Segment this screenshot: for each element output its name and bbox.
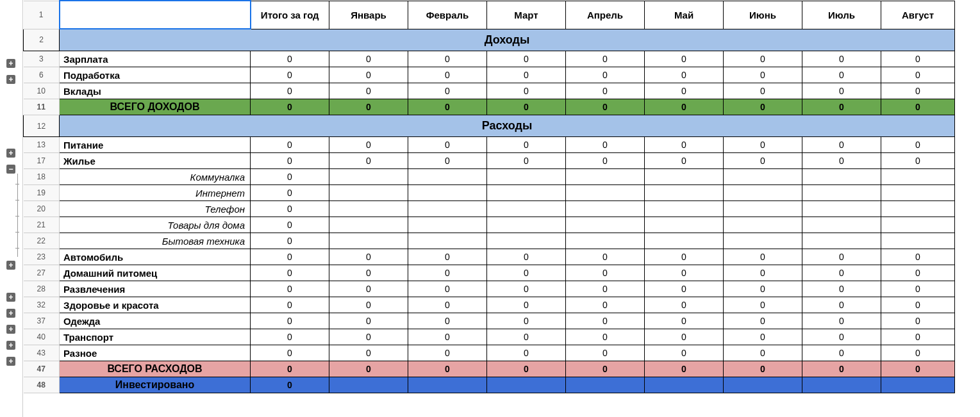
row-label[interactable]: Питание	[60, 137, 251, 153]
cell[interactable]	[566, 185, 645, 201]
cell[interactable]: 0	[329, 83, 408, 99]
cell[interactable]: 0	[802, 83, 881, 99]
group-expand-icon[interactable]: +	[6, 293, 15, 302]
cell[interactable]: 0	[487, 265, 566, 281]
cell[interactable]: 0	[881, 345, 955, 361]
cell[interactable]: 0	[329, 345, 408, 361]
group-expand-icon[interactable]: +	[6, 261, 15, 270]
cell[interactable]: 0	[487, 361, 566, 377]
cell[interactable]	[881, 233, 955, 249]
cell[interactable]	[408, 377, 487, 393]
row-number[interactable]: 11	[24, 99, 60, 115]
row-number[interactable]: 40	[24, 329, 60, 345]
cell[interactable]	[566, 217, 645, 233]
cell[interactable]: 0	[251, 217, 329, 233]
section-banner[interactable]: Расходы	[60, 115, 955, 137]
cell[interactable]: 0	[251, 51, 329, 67]
row-number[interactable]: 19	[24, 185, 60, 201]
row-number[interactable]: 12	[24, 115, 60, 137]
row-label[interactable]: Здоровье и красота	[60, 297, 251, 313]
cell[interactable]: 0	[881, 67, 955, 83]
cell[interactable]: 0	[724, 281, 802, 297]
cell[interactable]	[487, 169, 566, 185]
row-number[interactable]: 21	[24, 217, 60, 233]
row-label[interactable]: ВСЕГО РАСХОДОВ	[60, 361, 251, 377]
row-number[interactable]: 22	[24, 233, 60, 249]
row-label[interactable]: Товары для дома	[60, 217, 251, 233]
row-number[interactable]: 47	[24, 361, 60, 377]
cell[interactable]: 0	[329, 281, 408, 297]
cell[interactable]: 0	[487, 313, 566, 329]
cell[interactable]: 0	[329, 67, 408, 83]
cell[interactable]	[724, 233, 802, 249]
cell[interactable]: 0	[802, 297, 881, 313]
cell[interactable]: 0	[487, 249, 566, 265]
cell[interactable]	[329, 201, 408, 217]
cell[interactable]	[487, 185, 566, 201]
cell[interactable]: 0	[645, 83, 724, 99]
cell[interactable]: 0	[645, 329, 724, 345]
col-header[interactable]: Апрель	[566, 1, 645, 29]
col-header[interactable]: Май	[645, 1, 724, 29]
cell[interactable]: 0	[566, 67, 645, 83]
group-expand-icon[interactable]: +	[6, 59, 15, 68]
cell[interactable]	[487, 201, 566, 217]
row-label[interactable]: Зарплата	[60, 51, 251, 67]
cell[interactable]: 0	[645, 153, 724, 169]
cell[interactable]: 0	[408, 313, 487, 329]
row-label[interactable]: Телефон	[60, 201, 251, 217]
cell[interactable]: 0	[881, 99, 955, 115]
cell[interactable]: 0	[329, 137, 408, 153]
cell[interactable]: 0	[487, 51, 566, 67]
cell[interactable]: 0	[802, 137, 881, 153]
cell[interactable]: 0	[329, 249, 408, 265]
cell[interactable]: 0	[408, 137, 487, 153]
cell[interactable]: 0	[566, 99, 645, 115]
cell[interactable]: 0	[802, 329, 881, 345]
cell[interactable]: 0	[802, 345, 881, 361]
row-label[interactable]: Домашний питомец	[60, 265, 251, 281]
cell[interactable]: 0	[724, 361, 802, 377]
cell[interactable]: 0	[487, 99, 566, 115]
cell[interactable]: 0	[251, 297, 329, 313]
row-label[interactable]: Вклады	[60, 83, 251, 99]
col-header[interactable]: Итого за год	[251, 1, 329, 29]
cell[interactable]: 0	[251, 201, 329, 217]
cell[interactable]: 0	[881, 265, 955, 281]
cell[interactable]: 0	[329, 99, 408, 115]
row-label[interactable]: Транспорт	[60, 329, 251, 345]
cell[interactable]	[802, 217, 881, 233]
cell[interactable]: 0	[645, 297, 724, 313]
cell[interactable]: 0	[724, 137, 802, 153]
cell[interactable]: 0	[881, 51, 955, 67]
cell[interactable]	[487, 217, 566, 233]
cell[interactable]: 0	[487, 345, 566, 361]
cell[interactable]: 0	[645, 249, 724, 265]
row-number[interactable]: 3	[24, 51, 60, 67]
cell[interactable]: 0	[251, 99, 329, 115]
row-number[interactable]: 6	[24, 67, 60, 83]
row-number[interactable]: 37	[24, 313, 60, 329]
row-number[interactable]: 27	[24, 265, 60, 281]
cell[interactable]: 0	[566, 249, 645, 265]
col-header[interactable]: Февраль	[408, 1, 487, 29]
cell[interactable]	[724, 217, 802, 233]
row-number[interactable]: 10	[24, 83, 60, 99]
cell[interactable]: 0	[881, 361, 955, 377]
cell[interactable]: 0	[251, 313, 329, 329]
cell[interactable]: 0	[251, 265, 329, 281]
cell[interactable]	[408, 185, 487, 201]
cell[interactable]	[724, 377, 802, 393]
cell[interactable]: 0	[724, 345, 802, 361]
cell[interactable]: 0	[566, 297, 645, 313]
cell[interactable]: 0	[566, 137, 645, 153]
group-expand-icon[interactable]: +	[6, 149, 15, 158]
cell[interactable]: 0	[724, 67, 802, 83]
cell[interactable]	[802, 377, 881, 393]
cell[interactable]: 0	[802, 361, 881, 377]
cell[interactable]: 0	[408, 361, 487, 377]
cell[interactable]: 0	[724, 51, 802, 67]
cell[interactable]	[645, 233, 724, 249]
cell[interactable]: 0	[251, 233, 329, 249]
row-label[interactable]: Жилье	[60, 153, 251, 169]
